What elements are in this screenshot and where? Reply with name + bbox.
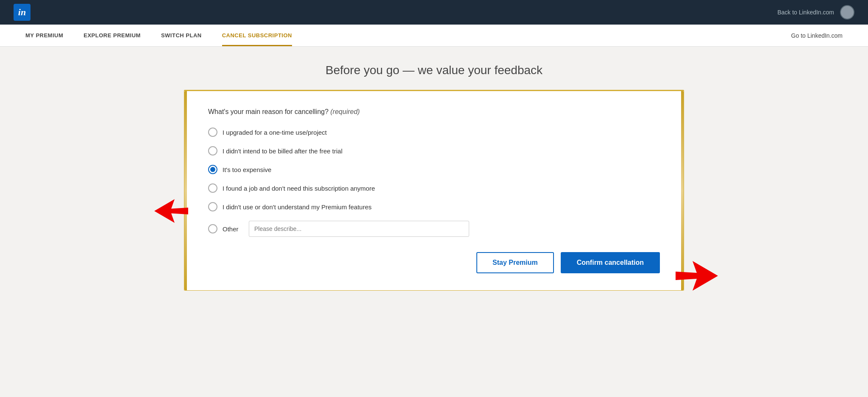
option-item: I upgraded for a one-time use/project — [208, 128, 663, 137]
card-wrapper: What's your main reason for cancelling? … — [159, 90, 709, 316]
left-arrow-annotation — [154, 198, 188, 225]
option-label-opt2[interactable]: I didn't intend to be billed after the f… — [223, 147, 342, 155]
nav-cancel-subscription[interactable]: CANCEL SUBSCRIPTION — [222, 25, 292, 46]
right-arrow-annotation — [676, 261, 718, 292]
top-bar-right: Back to LinkedIn.com — [777, 5, 854, 19]
svg-marker-1 — [676, 261, 718, 291]
radio-opt3[interactable] — [208, 165, 217, 174]
nav-explore-premium[interactable]: EXPLORE PREMIUM — [83, 25, 141, 46]
nav-links: MY PREMIUM EXPLORE PREMIUM SWITCH PLAN C… — [25, 25, 292, 46]
radio-opt4[interactable] — [208, 183, 217, 193]
feedback-card: What's your main reason for cancelling? … — [184, 90, 684, 291]
confirm-cancellation-button[interactable]: Confirm cancellation — [561, 252, 660, 273]
option-label-opt3[interactable]: It's too expensive — [223, 166, 271, 173]
svg-marker-0 — [154, 199, 188, 223]
option-label-opt4[interactable]: I found a job and don't need this subscr… — [223, 185, 375, 192]
option-label-opt1[interactable]: I upgraded for a one-time use/project — [223, 129, 327, 136]
radio-opt5[interactable] — [208, 202, 217, 211]
other-input[interactable] — [249, 221, 469, 237]
option-item: I found a job and don't need this subscr… — [208, 183, 663, 193]
avatar[interactable] — [840, 5, 854, 19]
nav-my-premium[interactable]: MY PREMIUM — [25, 25, 63, 46]
nav-switch-plan[interactable]: SWITCH PLAN — [161, 25, 202, 46]
radio-opt2[interactable] — [208, 146, 217, 155]
nav-go-to-linkedin[interactable]: Go to LinkedIn.com — [791, 32, 843, 39]
option-item: It's too expensive — [208, 165, 663, 174]
other-row: Other — [208, 221, 663, 237]
back-to-linkedin-label[interactable]: Back to LinkedIn.com — [777, 9, 834, 16]
options-list: I upgraded for a one-time use/project I … — [208, 128, 663, 211]
option-item: I didn't intend to be billed after the f… — [208, 146, 663, 155]
option-item: I didn't use or don't understand my Prem… — [208, 202, 663, 211]
option-label-opt5[interactable]: I didn't use or don't understand my Prem… — [223, 203, 372, 211]
page-title: Before you go — we value your feedback — [8, 64, 860, 77]
stay-premium-button[interactable]: Stay Premium — [476, 252, 554, 273]
actions-row: Stay Premium Confirm cancellation — [205, 252, 663, 273]
page-title-section: Before you go — we value your feedback — [0, 47, 868, 90]
linkedin-logo: in — [14, 4, 31, 21]
question-label: What's your main reason for cancelling? … — [208, 108, 663, 116]
radio-other[interactable] — [208, 224, 217, 233]
top-bar: in Back to LinkedIn.com — [0, 0, 868, 25]
other-label: Other — [223, 225, 244, 233]
radio-opt1[interactable] — [208, 128, 217, 137]
nav-bar: MY PREMIUM EXPLORE PREMIUM SWITCH PLAN C… — [0, 25, 868, 47]
